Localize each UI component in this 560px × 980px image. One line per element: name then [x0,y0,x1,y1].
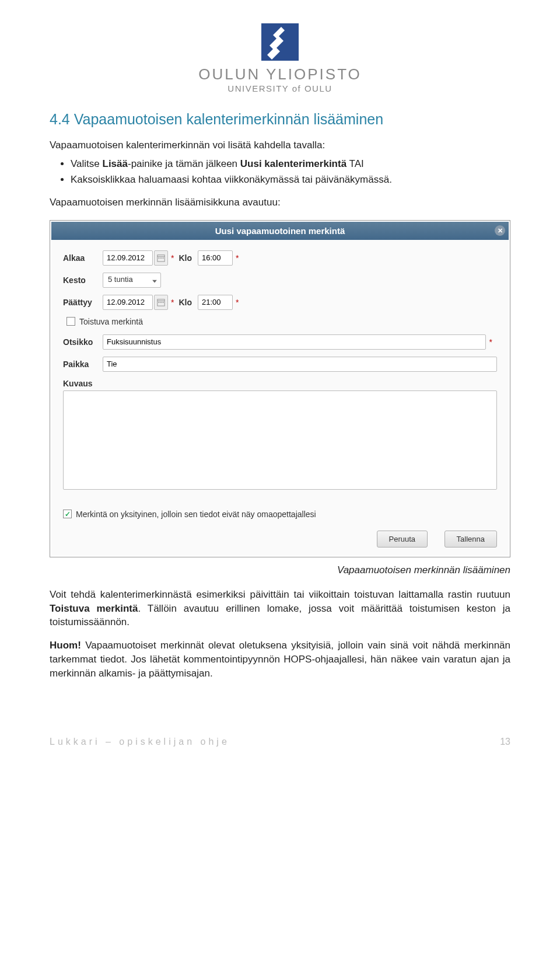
figure-caption: Vapaamuotoisen merkinnän lisääminen [50,564,510,576]
required-marker: * [171,253,174,263]
alkaa-date-picker-button[interactable] [154,250,168,266]
kuvaus-label: Kuvaus [63,379,103,388]
paattyy-date-picker-button[interactable] [154,295,168,310]
page-footer: Lukkari – opiskelijan ohje 13 [0,737,560,759]
paikka-label: Paikka [63,360,103,369]
required-marker: * [489,337,492,347]
kuvaus-label-row: Kuvaus [63,379,497,388]
footer-text: Lukkari – opiskelijan ohje [50,737,230,747]
chevron-down-icon [152,275,157,284]
svg-rect-8 [159,302,160,303]
alkaa-date-input[interactable] [103,250,153,266]
toistuva-label: Toistuva merkintä [79,317,143,326]
otsikko-input[interactable] [103,334,486,350]
calendar-icon [157,254,165,262]
paattyy-label: Päättyy [63,298,103,307]
privacy-checkbox[interactable] [63,510,72,518]
alkaa-row: Alkaa * Klo * [63,250,497,266]
otsikko-label: Otsikko [63,337,103,347]
toistuva-checkbox[interactable] [66,317,75,326]
tallenna-button[interactable]: Tallenna [444,531,497,547]
required-marker: * [171,298,174,307]
dialog-screenshot: Uusi vapaamuotoinen merkintä ✕ Alkaa * K… [50,220,510,557]
required-marker: * [236,253,239,263]
paragraph-1: Voit tehdä kalenterimerkinnästä esimerki… [50,588,510,629]
logo-mark [261,23,299,61]
klo-label-1: Klo [178,253,192,263]
kesto-row: Kesto 5 tuntia [63,273,497,288]
intro-text: Vapaamuotoisen kalenterimerkinnän voi li… [50,138,510,152]
svg-rect-3 [159,257,160,259]
paattyy-row: Päättyy * Klo * [63,295,497,310]
close-icon[interactable]: ✕ [495,225,505,236]
logo-text-english: UNIVERSITY of OULU [50,83,510,93]
svg-rect-5 [163,257,164,259]
paragraph-2: Huom! Vapaamuotoiset merkinnät olevat ol… [50,639,510,680]
university-logo: OULUN YLIOPISTO UNIVERSITY of OULU [50,23,510,93]
page-number: 13 [500,737,510,747]
svg-rect-9 [160,302,162,303]
kuvaus-textarea[interactable] [63,390,497,490]
required-marker: * [236,298,239,307]
calendar-icon [157,298,165,306]
paattyy-date-input[interactable] [103,295,153,310]
logo-text-finnish: OULUN YLIOPISTO [50,65,510,83]
paikka-row: Paikka [63,357,497,372]
klo-label-2: Klo [178,298,192,307]
privacy-label: Merkintä on yksityinen, jolloin sen tied… [76,510,316,519]
dialog-titlebar: Uusi vapaamuotoinen merkintä ✕ [51,222,509,240]
logo-svg [261,23,299,61]
svg-rect-4 [160,257,162,259]
bullet-2: Kaksoisklikkaa haluamaasi kohtaa viikkon… [71,173,510,187]
privacy-row: Merkintä on yksityinen, jolloin sen tied… [63,510,497,519]
kesto-label: Kesto [63,275,103,285]
otsikko-row: Otsikko * [63,334,497,350]
alkaa-label: Alkaa [63,253,103,263]
toistuva-row: Toistuva merkintä [66,317,497,326]
bullet-1: Valitse Lisää-painike ja tämän jälkeen U… [71,157,510,172]
peruuta-button[interactable]: Peruuta [377,531,428,547]
svg-rect-10 [163,302,164,303]
dialog-body: Alkaa * Klo * Kesto 5 tuntia [51,240,509,556]
bullet-list: Valitse Lisää-painike ja tämän jälkeen U… [50,157,510,187]
paikka-input[interactable] [103,357,497,372]
kesto-select[interactable]: 5 tuntia [103,273,161,288]
dialog-title: Uusi vapaamuotoinen merkintä [215,226,345,236]
paattyy-time-input[interactable] [198,295,233,310]
alkaa-time-input[interactable] [198,250,233,266]
dialog-button-row: Peruuta Tallenna [63,531,497,547]
dialog-intro-text: Vapaamuotoisen merkinnän lisäämisikkuna … [50,196,510,210]
section-heading: 4.4 Vapaamuotoisen kalenterimerkinnän li… [50,111,510,128]
